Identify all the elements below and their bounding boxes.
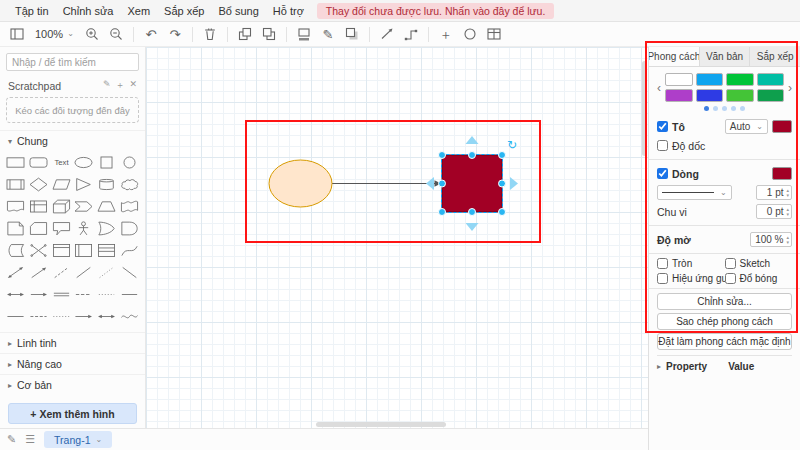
shape-connector[interactable] bbox=[118, 285, 141, 304]
shape-cube[interactable] bbox=[50, 197, 73, 216]
shape-callout[interactable] bbox=[50, 219, 73, 238]
shape-document[interactable] bbox=[4, 197, 27, 216]
shape-list[interactable] bbox=[95, 241, 118, 260]
set-default-style-button[interactable]: Đặt làm phong cách mặc định bbox=[657, 333, 792, 350]
menu-file[interactable]: Tập tin bbox=[8, 2, 56, 20]
shape-container-vertical[interactable] bbox=[50, 241, 73, 260]
pages-menu-icon[interactable]: ☰ bbox=[25, 434, 35, 445]
shape-horizontal-dotted-line[interactable] bbox=[50, 307, 73, 326]
shape-bidirectional-arrow[interactable] bbox=[4, 263, 27, 282]
glass-option[interactable]: Hiệu ứng gư... bbox=[657, 273, 725, 284]
shape-or[interactable] bbox=[95, 219, 118, 238]
shape-diagonal-line[interactable] bbox=[118, 263, 141, 282]
resize-handle-s[interactable] bbox=[469, 209, 476, 216]
shadow-icon[interactable] bbox=[341, 24, 363, 44]
shape-horizontal-line[interactable] bbox=[4, 307, 27, 326]
shape-dotted-connector[interactable] bbox=[95, 285, 118, 304]
horizontal-scrollbar[interactable] bbox=[146, 421, 640, 428]
shape-text[interactable]: Text bbox=[50, 153, 73, 172]
scratchpad-close-icon[interactable]: ✕ bbox=[129, 79, 137, 92]
resize-handle-ne[interactable] bbox=[499, 152, 506, 159]
style-preset-swatch[interactable] bbox=[665, 73, 693, 86]
shape-diamond[interactable] bbox=[27, 175, 50, 194]
style-preset-swatch[interactable] bbox=[757, 89, 785, 102]
shape-process[interactable] bbox=[4, 175, 27, 194]
scratchpad-edit-icon[interactable]: ✎ bbox=[103, 79, 111, 92]
glass-checkbox[interactable] bbox=[657, 273, 668, 284]
section-misc[interactable]: ▸ Linh tinh bbox=[0, 332, 145, 353]
shape-step[interactable] bbox=[73, 197, 96, 216]
sidebar-panels-icon[interactable] bbox=[6, 24, 28, 44]
ellipse-shape[interactable] bbox=[269, 160, 332, 207]
rounded-option[interactable]: Tròn bbox=[657, 258, 725, 269]
direction-arrow-right[interactable] bbox=[510, 177, 518, 190]
shadow-option[interactable]: Đổ bóng bbox=[725, 273, 793, 284]
stepper-icons[interactable]: ▴▾ bbox=[786, 235, 789, 244]
shape-circle[interactable] bbox=[118, 153, 141, 172]
redo-icon[interactable]: ↷ bbox=[164, 24, 186, 44]
shape-tape[interactable] bbox=[118, 197, 141, 216]
table-icon[interactable] bbox=[483, 24, 505, 44]
shape-cylinder[interactable] bbox=[95, 175, 118, 194]
waypoints-icon[interactable] bbox=[400, 24, 422, 44]
to-back-icon[interactable] bbox=[258, 24, 280, 44]
shape-curve[interactable] bbox=[118, 241, 141, 260]
section-general[interactable]: ▾ Chung bbox=[0, 130, 145, 151]
pager-dot[interactable] bbox=[722, 106, 727, 111]
resize-handle-se[interactable] bbox=[499, 209, 506, 216]
undo-icon[interactable]: ↶ bbox=[140, 24, 162, 44]
insert-shape-icon[interactable] bbox=[459, 24, 481, 44]
scratchpad-add-icon[interactable]: ＋ bbox=[115, 79, 124, 92]
swatch-prev-icon[interactable]: ‹ bbox=[657, 82, 661, 94]
resize-handle-nw[interactable] bbox=[439, 152, 446, 159]
scratchpad-dropzone[interactable]: Kéo các đối tượng đến đây bbox=[6, 97, 139, 123]
perimeter-input[interactable]: 0 pt ▴▾ bbox=[756, 204, 792, 219]
more-shapes-button[interactable]: + Xem thêm hình bbox=[8, 403, 137, 424]
shape-square[interactable] bbox=[95, 153, 118, 172]
swatch-pager[interactable] bbox=[657, 106, 792, 111]
sketch-checkbox[interactable] bbox=[725, 258, 736, 269]
rounded-checkbox[interactable] bbox=[657, 258, 668, 269]
line-color-icon[interactable]: ✎ bbox=[317, 24, 339, 44]
sketch-option[interactable]: Sketch bbox=[725, 258, 793, 269]
fill-color-swatch[interactable] bbox=[772, 120, 792, 133]
edit-style-button[interactable]: Chỉnh sửa... bbox=[657, 293, 792, 310]
shape-rectangle[interactable] bbox=[4, 153, 27, 172]
insert-icon[interactable]: ＋ bbox=[435, 24, 457, 44]
tab-arrange[interactable]: Sắp xếp bbox=[750, 47, 800, 66]
search-input[interactable] bbox=[12, 57, 133, 68]
resize-handle-sw[interactable] bbox=[439, 209, 446, 216]
resize-handle-e[interactable] bbox=[499, 180, 506, 187]
style-preset-swatch[interactable] bbox=[757, 73, 785, 86]
pager-dot[interactable] bbox=[731, 106, 736, 111]
menu-help[interactable]: Hỗ trợ bbox=[266, 2, 311, 20]
menu-arrange[interactable]: Sắp xếp bbox=[157, 2, 211, 20]
shape-dotted-line[interactable] bbox=[95, 263, 118, 282]
connection-icon[interactable] bbox=[376, 24, 398, 44]
unsaved-changes-banner[interactable]: Thay đổi chưa được lưu. Nhấn vào đây để … bbox=[317, 3, 554, 19]
opacity-input[interactable]: 100 % ▴▾ bbox=[750, 232, 792, 247]
shape-cloud[interactable] bbox=[118, 175, 141, 194]
line-color-swatch[interactable] bbox=[772, 167, 792, 180]
section-advanced[interactable]: ▸ Nâng cao bbox=[0, 353, 145, 374]
shape-data-storage[interactable] bbox=[4, 241, 27, 260]
fill-checkbox[interactable] bbox=[657, 121, 668, 132]
pager-dot[interactable] bbox=[740, 106, 745, 111]
shape-card[interactable] bbox=[27, 219, 50, 238]
resize-handle-w[interactable] bbox=[439, 180, 446, 187]
shape-dashed-line[interactable] bbox=[50, 263, 73, 282]
resize-handle-n[interactable] bbox=[469, 152, 476, 159]
gradient-checkbox[interactable] bbox=[657, 140, 668, 151]
tab-style[interactable]: Phong cách bbox=[649, 47, 700, 66]
delete-icon[interactable] bbox=[199, 24, 221, 44]
canvas[interactable]: ↻ bbox=[146, 47, 648, 428]
shape-horizontal-bidirectional-arrow[interactable] bbox=[95, 307, 118, 326]
shape-wave-line[interactable] bbox=[118, 307, 141, 326]
shape-parallelogram[interactable] bbox=[50, 175, 73, 194]
style-preset-swatch[interactable] bbox=[696, 89, 724, 102]
shape-arrow[interactable] bbox=[27, 263, 50, 282]
section-basic[interactable]: ▸ Cơ bản bbox=[0, 374, 145, 395]
property-table-header[interactable]: ▸ Property Value bbox=[657, 355, 792, 372]
to-front-icon[interactable] bbox=[234, 24, 256, 44]
pencil-icon[interactable]: ✎ bbox=[7, 434, 16, 445]
